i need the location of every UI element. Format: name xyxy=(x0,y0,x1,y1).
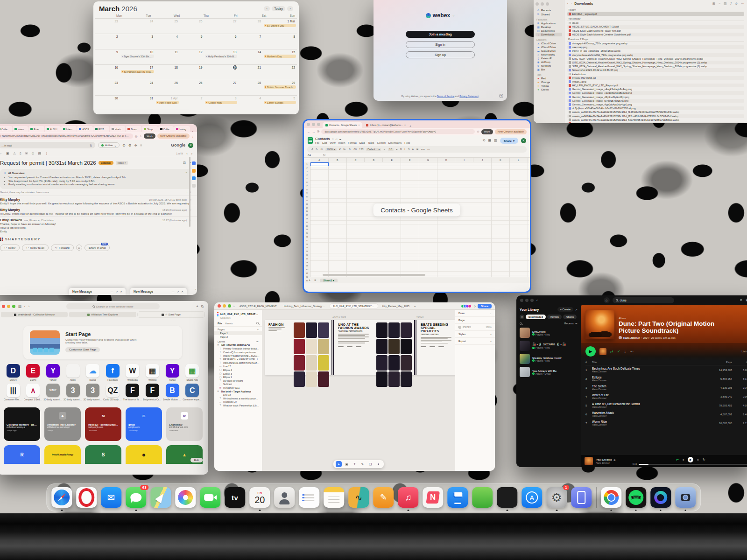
dock-webex[interactable] xyxy=(650,487,671,508)
frame-label[interactable]: ASOS X NIKE xyxy=(332,316,346,319)
library-filter-chip[interactable]: Downloaded xyxy=(526,315,546,319)
layer-item[interactable]: ⌗ INFLUENCER APPROACH xyxy=(214,343,262,347)
view-selector[interactable]: List ≡ xyxy=(741,350,747,353)
calendar-day-cell[interactable]: 1 Apr April Fools' Day xyxy=(155,95,180,111)
favorite-site[interactable]: Y Yahoo! xyxy=(43,364,63,381)
new-tab-icon[interactable]: + xyxy=(196,304,198,308)
toolbar-icon[interactable]: ⋯ xyxy=(427,148,430,151)
favorite-site[interactable]: F The future of fit in B… xyxy=(123,384,142,401)
dock-opera[interactable] xyxy=(76,487,97,508)
row-header[interactable]: 16 xyxy=(304,217,310,221)
dock-miro[interactable]: ∿ xyxy=(348,487,369,508)
calendar-day-cell[interactable]: 26 xyxy=(180,80,204,95)
email-action-button[interactable]: ↪Forward xyxy=(51,245,74,251)
back-icon[interactable]: ‹ xyxy=(24,304,26,308)
help-icon[interactable]: ? xyxy=(499,94,503,98)
url-field[interactable]: FNDWMQWGkvfvcHzBDNCbtLjAcFHhQdTcomposerZ… xyxy=(0,133,133,139)
sheet-tab[interactable]: Sheet1 ▾ xyxy=(320,279,338,282)
tab-assets[interactable]: Assets xyxy=(225,322,233,325)
play-button[interactable]: ▶ xyxy=(585,346,596,357)
search-icon[interactable] xyxy=(256,322,259,324)
header-icon[interactable]: ▥ xyxy=(494,139,497,142)
menu-item[interactable]: Extensions xyxy=(388,141,402,144)
tab-close-icon[interactable]: × xyxy=(404,124,406,126)
search-icon[interactable] xyxy=(520,322,522,325)
row-header[interactable]: 24 xyxy=(304,246,310,250)
browser-tab[interactable]: EXIT xyxy=(93,126,109,132)
share-in-chat-button[interactable]: NewShare in chat xyxy=(85,245,110,251)
mail-toolbar-icon[interactable]: ← xyxy=(0,152,2,155)
layer-item[interactable]: ⬚ Subtract xyxy=(214,383,262,386)
moodboard-image[interactable] xyxy=(294,322,305,338)
toolbar-icon[interactable]: 123 xyxy=(359,148,363,151)
collapse-icon[interactable]: ⌃ xyxy=(185,171,188,175)
column-header[interactable]: G xyxy=(419,158,437,162)
menu-item[interactable]: Tools xyxy=(368,141,374,144)
contacts-panel-icon[interactable] xyxy=(192,176,196,180)
row-header[interactable]: 21 xyxy=(304,235,310,239)
moodboard-image[interactable] xyxy=(318,371,329,387)
back-icon[interactable]: ‹ xyxy=(567,1,569,6)
calendar-today-button[interactable]: Today xyxy=(272,6,285,11)
toolbar-icon[interactable]: + xyxy=(396,148,397,151)
row-header[interactable]: 33 xyxy=(304,279,310,283)
file-row[interactable]: storycardsweatshirtsOH_720x.progressive.… xyxy=(567,53,744,57)
favorite-site[interactable]: E ESPN xyxy=(24,364,43,381)
toolbar-icon[interactable]: ⊙ xyxy=(735,2,738,6)
moodboard-image[interactable] xyxy=(318,339,329,354)
list-view-icon[interactable]: ≔ xyxy=(575,322,578,325)
tool-icon[interactable]: T xyxy=(352,461,358,467)
suggestion-card[interactable]: ie Charlotte@ so365.sharfant.com Last we… xyxy=(166,407,203,441)
row-header[interactable]: 8 xyxy=(304,188,310,192)
new-tab-icon[interactable]: + xyxy=(414,305,416,308)
bookmark-star-icon[interactable]: ☆ xyxy=(477,130,479,133)
library-item[interactable]: DirtyJiving ↓Playlist • Kitty xyxy=(520,328,578,338)
figma-file-tab[interactable]: Kitty_Review_May_2025 xyxy=(379,304,412,308)
toolbar-icon[interactable]: − xyxy=(384,148,385,151)
tool-icon[interactable]: ▣ xyxy=(344,461,350,467)
file-row[interactable]: katie-bohun xyxy=(567,72,744,76)
tab-overview-icon[interactable]: ⧉ xyxy=(201,304,204,309)
calendar-day-cell[interactable]: 23 xyxy=(95,18,120,34)
title-icon[interactable]: ▱ xyxy=(336,138,338,140)
favorite-site[interactable]: Apple xyxy=(63,364,83,381)
terms-link[interactable]: Terms of Service xyxy=(437,95,454,98)
favorite-site[interactable]: 3 3D body scanning t… xyxy=(63,384,83,401)
chrome-update-chip[interactable]: New Chrome available xyxy=(157,133,189,139)
export-section[interactable]: Export xyxy=(458,340,466,343)
topbar-icon[interactable]: ✕ xyxy=(740,298,742,302)
calendar-day-cell[interactable]: 27 xyxy=(204,80,238,95)
favorite-site[interactable]: F Bodymetrics Creates 3D… xyxy=(143,384,162,401)
toolbar-icon[interactable]: % xyxy=(343,148,345,151)
menu-item[interactable]: Gemini xyxy=(377,141,385,144)
calendar-day-cell[interactable]: 2 xyxy=(180,95,204,111)
file-row[interactable]: Gemini_Generated_Image_v4agk3v4agk3v4ag.… xyxy=(567,87,744,91)
file-row[interactable]: dk.sg xyxy=(567,21,744,25)
chevron-down-icon[interactable]: ⌄ xyxy=(452,14,455,17)
calendar-day-cell[interactable]: 12 xyxy=(180,49,204,64)
favorite-site[interactable]: W Wikipedia xyxy=(123,364,142,381)
layer-item[interactable]: T our tools for insight xyxy=(214,379,262,383)
browser-tab[interactable]: Intern xyxy=(13,126,28,132)
column-header[interactable]: I xyxy=(455,158,473,162)
favorite-site[interactable]: ▦ Wishlist xyxy=(143,364,162,381)
dock-chrome[interactable] xyxy=(601,487,621,508)
calendar-day-cell[interactable]: 14 xyxy=(238,49,263,64)
calendar-day-cell[interactable]: 13 Holly Pentland's 30th B… xyxy=(204,49,238,64)
calendar-event[interactable]: Good Friday xyxy=(205,101,237,104)
finder-sidebar-item[interactable]: ◉ AirDrop xyxy=(536,60,562,64)
shuffle-icon[interactable]: ⇄ xyxy=(676,458,678,462)
track-row[interactable]: 1 Beginnings Are Such Delicate TimesHans… xyxy=(585,365,747,374)
scrollbar[interactable] xyxy=(189,157,190,227)
calendar-day-cell[interactable]: 16 xyxy=(95,64,120,80)
webex-action-button[interactable]: Join a meeting xyxy=(406,31,475,38)
layer-item[interactable]: ⌗ The brief + Target Audience xyxy=(214,390,262,393)
calendar-panel-icon[interactable] xyxy=(192,161,196,165)
row-header[interactable]: 28 xyxy=(304,261,310,265)
share-button[interactable]: Share ▾ xyxy=(500,138,518,144)
avatar[interactable] xyxy=(468,304,472,308)
now-playing-title[interactable]: Paul Dreams xyxy=(596,458,612,461)
favorite-site[interactable]: SIZEY 3D body scanning t… xyxy=(43,384,63,401)
calendar-day-cell[interactable]: 2 xyxy=(95,34,120,49)
layers-options-icon[interactable]: ≔ xyxy=(256,340,259,343)
